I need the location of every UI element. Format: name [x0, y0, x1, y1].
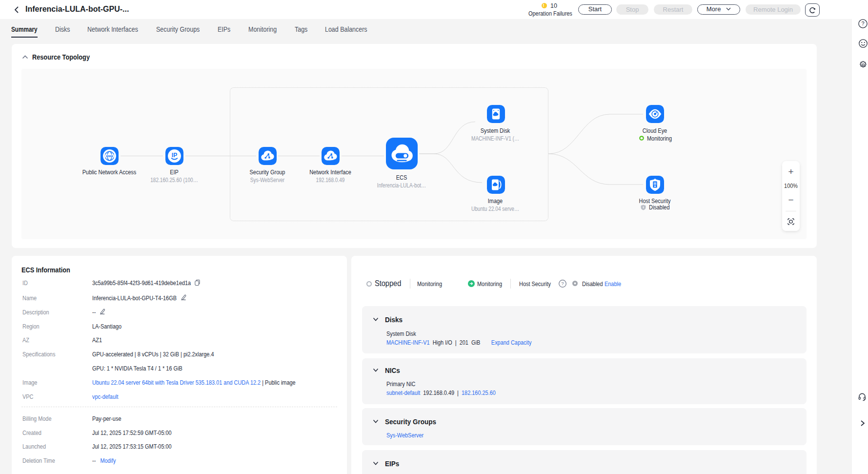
svg-text:IP: IP: [172, 152, 177, 159]
svg-text:www: www: [105, 154, 113, 158]
svg-text:?: ?: [561, 281, 564, 286]
svg-text:?: ?: [861, 21, 864, 26]
